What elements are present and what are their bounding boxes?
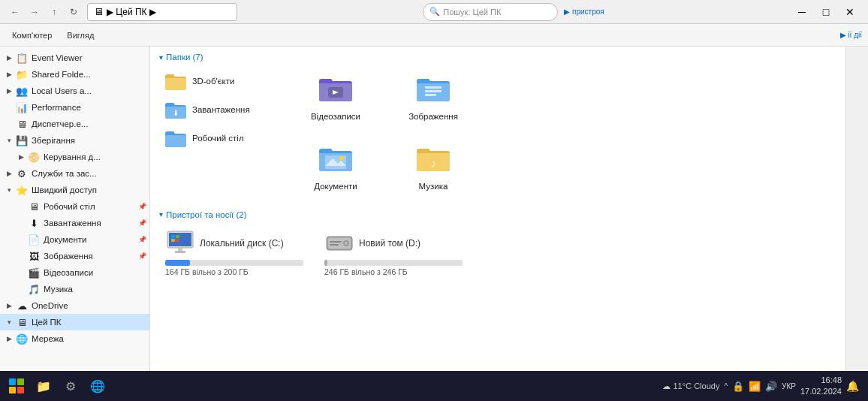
drive-c-svg <box>166 230 194 257</box>
drive-d-progress-container <box>324 260 463 266</box>
svg-rect-17 <box>175 251 185 253</box>
folder-item-downloads[interactable]: ⬇ Завантаження <box>159 96 279 123</box>
devices-section-header[interactable]: Пристрої та носії (2) <box>159 210 836 219</box>
sidebar-item-this-pc[interactable]: ▾ 🖥 Цей ПК <box>0 314 149 330</box>
minimize-button[interactable]: ─ <box>790 2 814 23</box>
address-bar-icon: 🖥 <box>94 6 104 17</box>
tray-icon-3: 🔊 <box>765 381 777 392</box>
start-square-1 <box>9 378 16 385</box>
weather-text: 11°C Cloudy <box>674 381 720 390</box>
expand-arrow <box>15 200 27 213</box>
address-bar[interactable]: 🖥 ▶ Цей ПК ▶ <box>87 3 237 21</box>
search-placeholder: Пошук: Цей ПК <box>443 8 501 17</box>
taskbar-browser[interactable]: 🌐 <box>84 372 111 399</box>
folder-desktop-label: Робочий стіл <box>192 134 244 143</box>
expand-arrow: ▶ <box>3 167 15 179</box>
sidebar-item-images-qa[interactable]: 🖼 Зображення 📌 <box>0 248 149 264</box>
expand-arrow <box>15 267 27 279</box>
svg-rect-3 <box>425 86 442 89</box>
sidebar-item-videos-qa[interactable]: 🎬 Відеозаписи <box>0 264 149 281</box>
documents-qa-icon: 📄 <box>27 233 41 246</box>
sidebar-item-dispatcher[interactable]: 🖥 Диспетчер.е... <box>0 116 149 132</box>
drive-d[interactable]: Новий том (D:) 246 ГБ вільно з 246 ГБ <box>318 225 469 281</box>
sidebar-item-services[interactable]: ▶ ⚙ Служби та зас... <box>0 165 149 182</box>
forward-button[interactable]: → <box>26 3 44 21</box>
back-button[interactable]: ← <box>6 3 24 21</box>
drive-c-progress-fill <box>165 260 190 266</box>
expand-arrow: ▾ <box>3 316 15 328</box>
clock-date: 17.02.2024 <box>800 386 842 397</box>
folder-desktop-icon <box>164 128 188 149</box>
title-bar: ← → ↑ ↻ 🖥 ▶ Цей ПК ▶ 🔍 Пошук: Цей ПК ▶ п… <box>0 0 868 24</box>
folder-item-3d[interactable]: 3D-об'єкти <box>159 68 279 95</box>
folder-downloads-icon: ⬇ <box>164 99 188 120</box>
services-label: Служби та зас... <box>32 169 97 178</box>
window-controls: ─ □ ✕ <box>790 2 862 23</box>
search-bar[interactable]: 🔍 Пошук: Цей ПК <box>423 3 558 21</box>
performance-icon: 📊 <box>15 101 29 114</box>
drive-c-info: Локальний диск (C:) <box>200 238 284 249</box>
drive-d-header: Новий том (D:) <box>324 230 463 257</box>
svg-text:⬇: ⬇ <box>173 109 179 117</box>
svg-rect-16 <box>178 248 182 251</box>
folders-left-col: 3D-об'єкти ⬇ Завантаження Робочий ст <box>159 68 279 198</box>
sidebar-item-network[interactable]: ▶ 🌐 Мережа <box>0 330 149 347</box>
expand-arrow: ▶ <box>3 333 15 345</box>
clock[interactable]: 16:48 17.02.2024 <box>800 375 842 398</box>
toolbar-computer-tab[interactable]: Комп'ютер <box>6 26 58 44</box>
local-users-icon: 👥 <box>15 84 29 98</box>
sidebar-item-shared-folder[interactable]: ▶ 📁 Shared Folde... <box>0 66 149 83</box>
sidebar-item-event-viewer[interactable]: ▶ 📋 Event Viewer <box>0 50 149 66</box>
sidebar-item-quick-access[interactable]: ▾ ⭐ Швидкий доступ <box>0 182 149 198</box>
drive-c[interactable]: Локальний диск (C:) 164 ГБ вільно з 200 … <box>159 225 309 281</box>
services-icon: ⚙ <box>15 167 29 180</box>
svg-rect-14 <box>171 239 175 242</box>
close-button[interactable]: ✕ <box>838 2 862 23</box>
event-viewer-label: Event Viewer <box>32 53 83 62</box>
folder-grid-music[interactable]: ♪ Музика <box>399 137 467 198</box>
drive-d-progress-fill <box>324 260 327 266</box>
expand-arrow <box>15 250 27 262</box>
folder-grid-videos[interactable]: Відеозаписи <box>302 68 369 128</box>
maximize-button[interactable]: □ <box>814 2 838 23</box>
shared-folder-icon: 📁 <box>15 68 29 81</box>
sidebar-item-onedrive[interactable]: ▶ ☁ OneDrive <box>0 297 149 314</box>
folders-section-header[interactable]: Папки (7) <box>159 53 836 62</box>
drive-d-space: 246 ГБ вільно з 246 ГБ <box>324 267 463 276</box>
language-indicator[interactable]: УКР <box>782 382 796 390</box>
content-area: Папки (7) 3D-об'єкти ⬇ <box>150 47 845 384</box>
sidebar-item-music-qa[interactable]: 🎵 Музика <box>0 281 149 297</box>
svg-rect-23 <box>330 244 339 246</box>
expand-arrow <box>15 283 27 295</box>
expand-arrow: ▾ <box>3 184 15 196</box>
sidebar-item-storage[interactable]: ▾ 💾 Зберігання <box>0 132 149 149</box>
videos-qa-label: Відеозаписи <box>44 268 93 277</box>
expand-arrow: ▶ <box>3 85 15 97</box>
local-users-label: Local Users а... <box>32 86 92 95</box>
folder-grid-documents[interactable]: Зображення <box>399 68 467 128</box>
sidebar-item-manage[interactable]: ▶ 📀 Керування д... <box>0 149 149 165</box>
refresh-button[interactable]: ↻ <box>65 3 83 21</box>
sidebar-item-performance[interactable]: 📊 Performance <box>0 99 149 116</box>
toolbar-right: ▶ ії дії <box>840 31 862 39</box>
folder-item-desktop[interactable]: Робочий стіл <box>159 125 279 152</box>
toolbar: Комп'ютер Вигляд ▶ ії дії <box>0 24 868 47</box>
weather-widget[interactable]: ☁ 11°C Cloudy <box>662 381 720 391</box>
right-link[interactable]: ▶ пристроя <box>564 8 604 16</box>
system-tray-expand[interactable]: ^ <box>724 382 728 390</box>
taskbar-file-explorer[interactable]: 📁 <box>30 372 57 399</box>
sidebar-item-documents-qa[interactable]: 📄 Документи 📌 <box>0 231 149 248</box>
drive-d-info: Новий том (D:) <box>359 238 420 249</box>
sidebar-item-desktop-qa[interactable]: 🖥 Робочий стіл 📌 <box>0 198 149 215</box>
start-button[interactable] <box>3 372 30 399</box>
up-button[interactable]: ↑ <box>45 3 63 21</box>
tray-icon-2: 📶 <box>749 381 761 392</box>
toolbar-view-tab[interactable]: Вигляд <box>61 26 100 44</box>
notification-bell[interactable]: 🔔 <box>846 380 859 392</box>
folder-grid-images[interactable]: Документи <box>302 137 369 198</box>
sidebar-item-local-users[interactable]: ▶ 👥 Local Users а... <box>0 83 149 99</box>
sidebar-item-downloads-qa[interactable]: ⬇ Завантаження 📌 <box>0 215 149 231</box>
taskbar-settings[interactable]: ⚙ <box>57 372 84 399</box>
quick-access-label: Швидкий доступ <box>32 185 97 194</box>
folder-images-grid-label: Документи <box>314 181 357 192</box>
